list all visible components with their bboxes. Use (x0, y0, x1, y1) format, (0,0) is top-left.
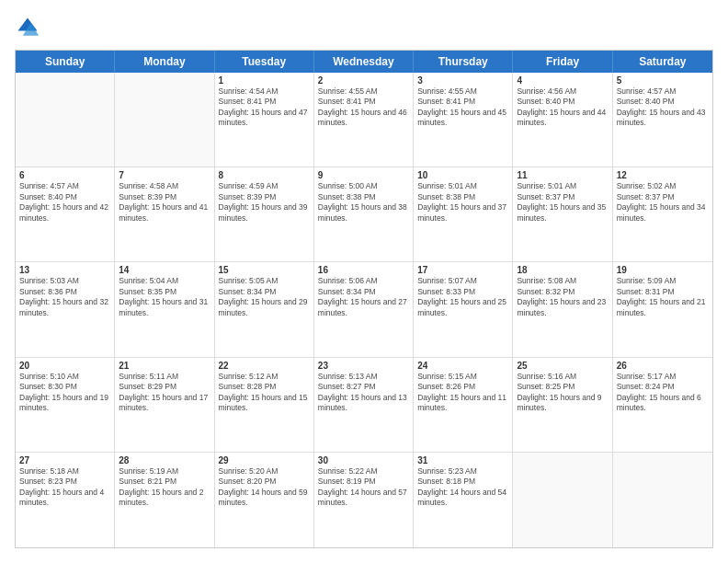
day-number: 9 (318, 170, 409, 180)
day-detail: Sunrise: 5:02 AM Sunset: 8:37 PM Dayligh… (617, 181, 709, 224)
calendar-cell (513, 453, 612, 547)
calendar-cell: 22Sunrise: 5:12 AM Sunset: 8:28 PM Dayli… (215, 358, 314, 452)
day-detail: Sunrise: 5:06 AM Sunset: 8:34 PM Dayligh… (318, 276, 409, 318)
day-number: 18 (517, 265, 608, 275)
logo-icon (15, 15, 40, 40)
day-detail: Sunrise: 5:15 AM Sunset: 8:26 PM Dayligh… (417, 372, 508, 414)
day-detail: Sunrise: 4:55 AM Sunset: 8:41 PM Dayligh… (417, 86, 508, 129)
day-number: 3 (417, 75, 508, 86)
header-day-saturday: Saturday (613, 51, 712, 73)
day-detail: Sunrise: 5:17 AM Sunset: 8:24 PM Dayligh… (617, 372, 709, 414)
day-number: 25 (517, 361, 608, 371)
calendar-cell: 30Sunrise: 5:22 AM Sunset: 8:19 PM Dayli… (314, 453, 414, 547)
day-number: 26 (617, 361, 709, 371)
day-detail: Sunrise: 5:11 AM Sunset: 8:29 PM Dayligh… (119, 372, 210, 414)
day-number: 30 (318, 455, 409, 465)
calendar-week-3: 13Sunrise: 5:03 AM Sunset: 8:36 PM Dayli… (16, 262, 712, 357)
calendar-cell: 6Sunrise: 4:57 AM Sunset: 8:40 PM Daylig… (16, 167, 115, 261)
calendar-cell: 20Sunrise: 5:10 AM Sunset: 8:30 PM Dayli… (16, 358, 115, 452)
day-detail: Sunrise: 5:19 AM Sunset: 8:21 PM Dayligh… (119, 466, 210, 509)
calendar-cell: 15Sunrise: 5:05 AM Sunset: 8:34 PM Dayli… (215, 262, 314, 356)
day-number: 11 (517, 170, 608, 180)
day-number: 8 (219, 170, 310, 180)
day-detail: Sunrise: 5:22 AM Sunset: 8:19 PM Dayligh… (318, 466, 409, 509)
calendar-cell: 7Sunrise: 4:58 AM Sunset: 8:39 PM Daylig… (115, 167, 214, 261)
day-number: 1 (219, 75, 310, 86)
calendar-cell: 25Sunrise: 5:16 AM Sunset: 8:25 PM Dayli… (513, 358, 612, 452)
calendar-cell: 29Sunrise: 5:20 AM Sunset: 8:20 PM Dayli… (215, 453, 314, 547)
day-detail: Sunrise: 5:20 AM Sunset: 8:20 PM Dayligh… (219, 466, 310, 509)
day-number: 22 (219, 361, 310, 371)
calendar: SundayMondayTuesdayWednesdayThursdayFrid… (15, 50, 713, 548)
day-number: 27 (19, 455, 110, 465)
day-number: 13 (19, 265, 110, 275)
day-detail: Sunrise: 5:13 AM Sunset: 8:27 PM Dayligh… (318, 372, 409, 414)
calendar-week-1: 1Sunrise: 4:54 AM Sunset: 8:41 PM Daylig… (16, 73, 712, 167)
calendar-cell: 13Sunrise: 5:03 AM Sunset: 8:36 PM Dayli… (16, 262, 115, 356)
calendar-cell: 4Sunrise: 4:56 AM Sunset: 8:40 PM Daylig… (513, 73, 612, 167)
day-detail: Sunrise: 4:59 AM Sunset: 8:39 PM Dayligh… (219, 181, 310, 224)
calendar-cell (613, 453, 712, 547)
day-number: 23 (318, 361, 409, 371)
day-number: 7 (119, 170, 210, 180)
day-number: 20 (19, 361, 110, 371)
header-day-sunday: Sunday (16, 51, 115, 73)
calendar-cell: 26Sunrise: 5:17 AM Sunset: 8:24 PM Dayli… (613, 358, 712, 452)
day-detail: Sunrise: 4:57 AM Sunset: 8:40 PM Dayligh… (19, 181, 110, 224)
header-day-monday: Monday (115, 51, 214, 73)
day-number: 2 (318, 75, 409, 86)
calendar-cell: 10Sunrise: 5:01 AM Sunset: 8:38 PM Dayli… (414, 167, 513, 261)
page-header (15, 15, 713, 40)
day-number: 21 (119, 361, 210, 371)
day-detail: Sunrise: 4:55 AM Sunset: 8:41 PM Dayligh… (318, 86, 409, 129)
calendar-week-5: 27Sunrise: 5:18 AM Sunset: 8:23 PM Dayli… (16, 453, 712, 547)
day-detail: Sunrise: 5:01 AM Sunset: 8:38 PM Dayligh… (417, 181, 508, 224)
day-number: 14 (119, 265, 210, 275)
day-detail: Sunrise: 5:12 AM Sunset: 8:28 PM Dayligh… (219, 372, 310, 414)
day-number: 16 (318, 265, 409, 275)
day-number: 5 (617, 75, 709, 86)
calendar-cell: 17Sunrise: 5:07 AM Sunset: 8:33 PM Dayli… (414, 262, 513, 356)
day-detail: Sunrise: 4:57 AM Sunset: 8:40 PM Dayligh… (617, 86, 709, 129)
header-day-wednesday: Wednesday (314, 51, 414, 73)
day-number: 12 (617, 170, 709, 180)
calendar-cell: 1Sunrise: 4:54 AM Sunset: 8:41 PM Daylig… (215, 73, 314, 167)
day-number: 31 (417, 455, 508, 465)
day-detail: Sunrise: 5:16 AM Sunset: 8:25 PM Dayligh… (517, 372, 608, 414)
day-number: 19 (617, 265, 709, 275)
calendar-week-2: 6Sunrise: 4:57 AM Sunset: 8:40 PM Daylig… (16, 167, 712, 262)
day-number: 29 (219, 455, 310, 465)
day-detail: Sunrise: 5:00 AM Sunset: 8:38 PM Dayligh… (318, 181, 409, 224)
calendar-cell: 31Sunrise: 5:23 AM Sunset: 8:18 PM Dayli… (414, 453, 513, 547)
day-detail: Sunrise: 5:08 AM Sunset: 8:32 PM Dayligh… (517, 276, 608, 318)
calendar-cell (16, 73, 115, 167)
day-detail: Sunrise: 5:01 AM Sunset: 8:37 PM Dayligh… (517, 181, 608, 224)
calendar-cell: 16Sunrise: 5:06 AM Sunset: 8:34 PM Dayli… (314, 262, 414, 356)
calendar-cell (115, 73, 214, 167)
calendar-cell: 23Sunrise: 5:13 AM Sunset: 8:27 PM Dayli… (314, 358, 414, 452)
day-number: 15 (219, 265, 310, 275)
calendar-cell: 5Sunrise: 4:57 AM Sunset: 8:40 PM Daylig… (613, 73, 712, 167)
calendar-header: SundayMondayTuesdayWednesdayThursdayFrid… (16, 51, 712, 73)
day-number: 17 (417, 265, 508, 275)
calendar-cell: 14Sunrise: 5:04 AM Sunset: 8:35 PM Dayli… (115, 262, 214, 356)
day-number: 24 (417, 361, 508, 371)
calendar-cell: 8Sunrise: 4:59 AM Sunset: 8:39 PM Daylig… (215, 167, 314, 261)
calendar-week-4: 20Sunrise: 5:10 AM Sunset: 8:30 PM Dayli… (16, 358, 712, 453)
calendar-cell: 28Sunrise: 5:19 AM Sunset: 8:21 PM Dayli… (115, 453, 214, 547)
day-detail: Sunrise: 4:56 AM Sunset: 8:40 PM Dayligh… (517, 86, 608, 129)
day-number: 6 (19, 170, 110, 180)
calendar-cell: 21Sunrise: 5:11 AM Sunset: 8:29 PM Dayli… (115, 358, 214, 452)
day-detail: Sunrise: 5:04 AM Sunset: 8:35 PM Dayligh… (119, 276, 210, 318)
logo (15, 15, 44, 40)
day-number: 4 (517, 75, 608, 86)
day-number: 28 (119, 455, 210, 465)
calendar-cell: 3Sunrise: 4:55 AM Sunset: 8:41 PM Daylig… (414, 73, 513, 167)
header-day-friday: Friday (513, 51, 612, 73)
day-detail: Sunrise: 5:09 AM Sunset: 8:31 PM Dayligh… (617, 276, 709, 318)
day-detail: Sunrise: 4:58 AM Sunset: 8:39 PM Dayligh… (119, 181, 210, 224)
day-detail: Sunrise: 5:07 AM Sunset: 8:33 PM Dayligh… (417, 276, 508, 318)
day-number: 10 (417, 170, 508, 180)
calendar-cell: 9Sunrise: 5:00 AM Sunset: 8:38 PM Daylig… (314, 167, 414, 261)
calendar-cell: 2Sunrise: 4:55 AM Sunset: 8:41 PM Daylig… (314, 73, 414, 167)
